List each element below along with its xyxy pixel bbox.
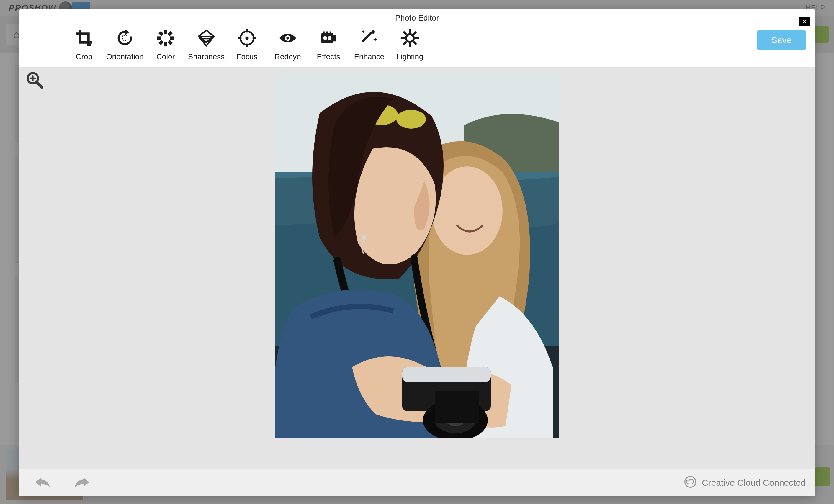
undo-icon <box>34 484 52 489</box>
svg-rect-49 <box>435 391 479 423</box>
color-icon <box>155 29 176 48</box>
svg-line-31 <box>404 42 406 44</box>
tool-label: Enhance <box>354 52 385 61</box>
svg-rect-18 <box>333 35 336 42</box>
svg-point-22 <box>323 36 327 40</box>
svg-rect-1 <box>123 36 127 40</box>
tool-label: Sharpness <box>188 52 225 61</box>
tool-effects[interactable]: Effects <box>308 29 349 61</box>
editor-toolbar: Crop Orientation <box>20 25 814 67</box>
svg-point-16 <box>286 37 289 39</box>
svg-point-43 <box>361 235 366 240</box>
svg-rect-17 <box>322 33 333 43</box>
sharpness-icon <box>196 29 217 48</box>
svg-rect-7 <box>158 40 163 45</box>
svg-line-30 <box>414 42 416 44</box>
lighting-icon <box>400 29 420 48</box>
svg-rect-19 <box>323 31 325 34</box>
svg-rect-5 <box>168 40 173 45</box>
tool-crop[interactable]: Crop <box>64 29 105 61</box>
creative-cloud-status-text: Creative Cloud Connected <box>702 478 806 488</box>
tool-label: Redeye <box>275 52 301 61</box>
svg-point-0 <box>89 44 91 46</box>
svg-rect-8 <box>157 36 161 40</box>
tool-color[interactable]: Color <box>145 29 186 61</box>
focus-icon <box>237 29 257 48</box>
svg-line-32 <box>414 32 416 34</box>
zoom-in-button[interactable] <box>25 71 44 90</box>
undo-redo-group <box>34 476 90 489</box>
svg-rect-3 <box>168 31 173 36</box>
svg-rect-15 <box>253 37 256 39</box>
tools-row: Crop Orientation <box>64 29 430 61</box>
zoom-in-icon <box>25 85 44 90</box>
tool-label: Orientation <box>106 52 144 61</box>
svg-rect-21 <box>330 31 331 34</box>
enhance-icon <box>359 29 379 48</box>
modal-footer: Creative Cloud Connected <box>20 469 814 496</box>
svg-rect-13 <box>246 44 248 47</box>
close-button[interactable]: x <box>799 17 810 26</box>
svg-rect-9 <box>158 31 163 36</box>
tool-label: Crop <box>76 52 92 61</box>
tool-redeye[interactable]: Redeye <box>267 29 308 61</box>
redo-button[interactable] <box>72 476 90 489</box>
creative-cloud-status: Creative Cloud Connected <box>684 476 806 490</box>
svg-rect-20 <box>326 31 328 34</box>
photo-preview[interactable] <box>275 72 559 438</box>
svg-line-34 <box>37 82 42 87</box>
svg-point-11 <box>245 36 248 40</box>
orientation-icon <box>114 29 135 48</box>
canvas-area <box>20 67 814 469</box>
creative-cloud-icon <box>684 476 697 490</box>
tool-sharpness[interactable]: Sharpness <box>186 29 227 61</box>
effects-icon <box>318 29 339 48</box>
tool-orientation[interactable]: Orientation <box>105 29 145 61</box>
svg-point-24 <box>406 34 414 42</box>
tool-enhance[interactable]: Enhance <box>349 29 390 61</box>
tool-focus[interactable]: Focus <box>227 29 267 61</box>
svg-rect-14 <box>238 37 241 39</box>
photo-editor-modal: x Photo Editor Crop Orientation <box>20 9 814 496</box>
svg-rect-6 <box>164 43 167 46</box>
svg-point-23 <box>328 36 331 40</box>
tool-label: Color <box>156 52 175 61</box>
svg-rect-12 <box>246 29 248 32</box>
svg-line-29 <box>404 32 406 34</box>
svg-rect-4 <box>170 36 174 40</box>
redeye-icon <box>278 29 298 48</box>
undo-button[interactable] <box>34 476 52 489</box>
svg-rect-2 <box>164 30 167 34</box>
modal-title: Photo Editor <box>20 9 814 25</box>
tool-label: Effects <box>317 52 340 61</box>
save-button[interactable]: Save <box>757 30 806 50</box>
tool-lighting[interactable]: Lighting <box>390 29 430 61</box>
tool-label: Focus <box>237 52 258 61</box>
svg-point-42 <box>396 110 426 129</box>
svg-rect-45 <box>402 367 491 382</box>
crop-icon <box>74 29 94 48</box>
redo-icon <box>72 484 90 489</box>
tool-label: Lighting <box>396 52 423 61</box>
